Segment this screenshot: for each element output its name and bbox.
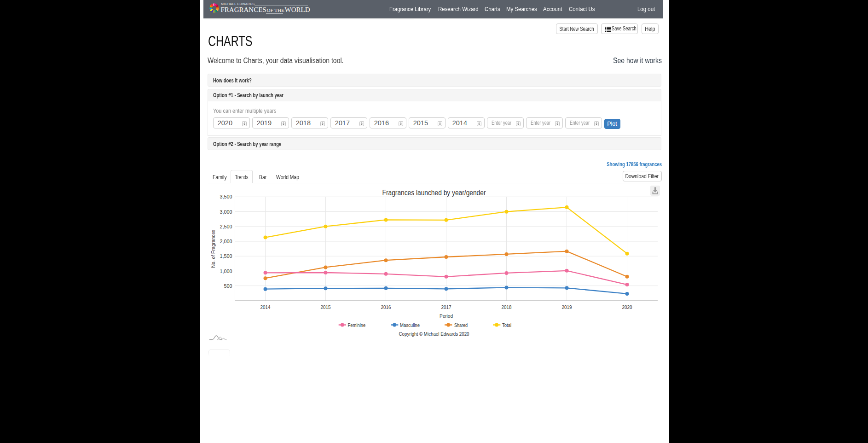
svg-text:2020: 2020 (622, 304, 632, 310)
svg-text:Feminine: Feminine (348, 322, 366, 328)
svg-text:Shared: Shared (454, 322, 468, 328)
svg-text:2,000: 2,000 (220, 239, 232, 244)
svg-text:2017: 2017 (441, 304, 451, 310)
svg-text:2014: 2014 (260, 304, 271, 310)
svg-text:Period: Period (440, 313, 453, 319)
svg-text:2016: 2016 (381, 304, 391, 310)
svg-text:3,500: 3,500 (220, 194, 232, 199)
svg-text:No. of Fragrances: No. of Fragrances (210, 229, 216, 268)
svg-text:1,000: 1,000 (220, 268, 232, 274)
svg-text:500: 500 (224, 283, 232, 289)
svg-text:3,000: 3,000 (220, 209, 232, 215)
svg-text:2,500: 2,500 (220, 224, 232, 229)
svg-text:2019: 2019 (562, 304, 572, 310)
svg-text:1,500: 1,500 (220, 253, 232, 259)
svg-text:2015: 2015 (321, 304, 331, 310)
svg-text:Fragrances launched by year/ge: Fragrances launched by year/gender (382, 188, 486, 197)
svg-text:2018: 2018 (502, 304, 512, 310)
svg-text:Total: Total (502, 322, 511, 328)
svg-text:Masculine: Masculine (400, 322, 420, 328)
svg-text:Copyright © Michael Edwards 20: Copyright © Michael Edwards 2020 (399, 331, 469, 337)
